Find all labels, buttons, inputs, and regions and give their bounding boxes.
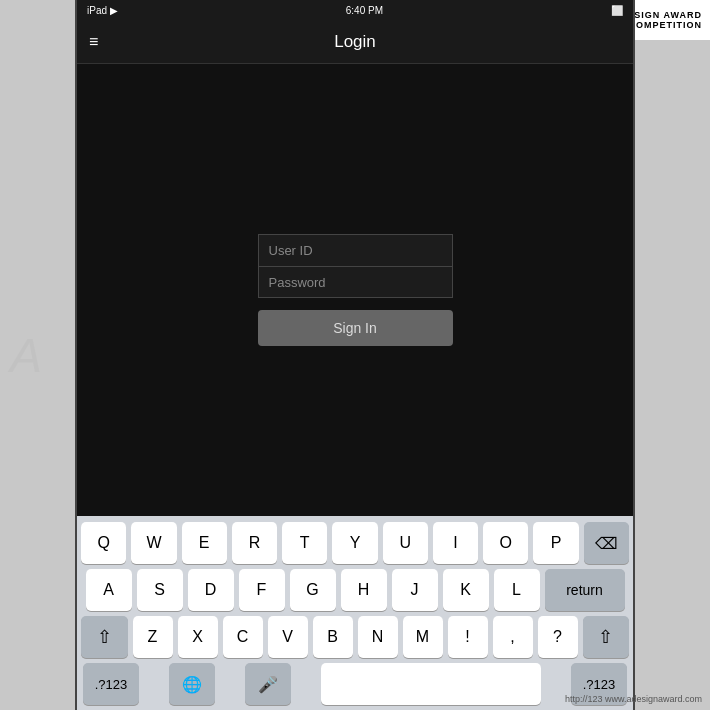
main-content: Sign In	[77, 64, 633, 516]
user-id-input[interactable]	[258, 234, 453, 266]
key-v[interactable]: V	[268, 616, 308, 658]
key-comma[interactable]: ,	[493, 616, 533, 658]
globe-key[interactable]: 🌐	[169, 663, 215, 705]
nav-title: Login	[334, 32, 376, 52]
status-time: 6:40 PM	[346, 5, 383, 16]
shift-key-right[interactable]: ⇧	[583, 616, 630, 658]
key-d[interactable]: D	[188, 569, 234, 611]
key-question[interactable]: ?	[538, 616, 578, 658]
key-e[interactable]: E	[182, 522, 227, 564]
key-f[interactable]: F	[239, 569, 285, 611]
keyboard-row-3: ⇧ Z X C V B N M ! , ? ⇧	[81, 616, 629, 658]
a-logo: A	[10, 328, 42, 383]
ipad-label: iPad ▶	[87, 5, 118, 16]
key-t[interactable]: T	[282, 522, 327, 564]
key-s[interactable]: S	[137, 569, 183, 611]
key-m[interactable]: M	[403, 616, 443, 658]
login-form: Sign In	[258, 234, 453, 346]
shift-key[interactable]: ⇧	[81, 616, 128, 658]
status-left: iPad ▶	[87, 5, 118, 16]
mic-key[interactable]: 🎤	[245, 663, 291, 705]
status-bar: iPad ▶ 6:40 PM ⬜	[77, 0, 633, 20]
keyboard: Q W E R T Y U I O P ⌫ A S D F G H J K L …	[77, 516, 633, 710]
url-hint: http://123 www.adesignaward.com	[565, 694, 702, 704]
num-switch-key[interactable]: .?123	[83, 663, 139, 705]
key-w[interactable]: W	[131, 522, 176, 564]
key-excl[interactable]: !	[448, 616, 488, 658]
key-z[interactable]: Z	[133, 616, 173, 658]
key-l[interactable]: L	[494, 569, 540, 611]
key-y[interactable]: Y	[332, 522, 377, 564]
keyboard-row-bottom: .?123 🌐 🎤 .?123	[81, 663, 629, 705]
nav-bar: ≡ Login	[77, 20, 633, 64]
key-h[interactable]: H	[341, 569, 387, 611]
key-b[interactable]: B	[313, 616, 353, 658]
password-input[interactable]	[258, 266, 453, 298]
key-j[interactable]: J	[392, 569, 438, 611]
key-r[interactable]: R	[232, 522, 277, 564]
key-q[interactable]: Q	[81, 522, 126, 564]
key-i[interactable]: I	[433, 522, 478, 564]
keyboard-row-1: Q W E R T Y U I O P ⌫	[81, 522, 629, 564]
key-x[interactable]: X	[178, 616, 218, 658]
backspace-key[interactable]: ⌫	[584, 522, 629, 564]
key-u[interactable]: U	[383, 522, 428, 564]
return-key[interactable]: return	[545, 569, 625, 611]
ipad-frame: iPad ▶ 6:40 PM ⬜ ≡ Login Sign In Q W E R…	[75, 0, 635, 710]
key-n[interactable]: N	[358, 616, 398, 658]
key-c[interactable]: C	[223, 616, 263, 658]
key-p[interactable]: P	[533, 522, 578, 564]
sign-in-button[interactable]: Sign In	[258, 310, 453, 346]
keyboard-row-2: A S D F G H J K L return	[81, 569, 629, 611]
hamburger-icon[interactable]: ≡	[89, 34, 98, 50]
key-o[interactable]: O	[483, 522, 528, 564]
space-key[interactable]	[321, 663, 541, 705]
status-battery: ⬜	[611, 5, 623, 16]
key-k[interactable]: K	[443, 569, 489, 611]
key-a[interactable]: A	[86, 569, 132, 611]
key-g[interactable]: G	[290, 569, 336, 611]
